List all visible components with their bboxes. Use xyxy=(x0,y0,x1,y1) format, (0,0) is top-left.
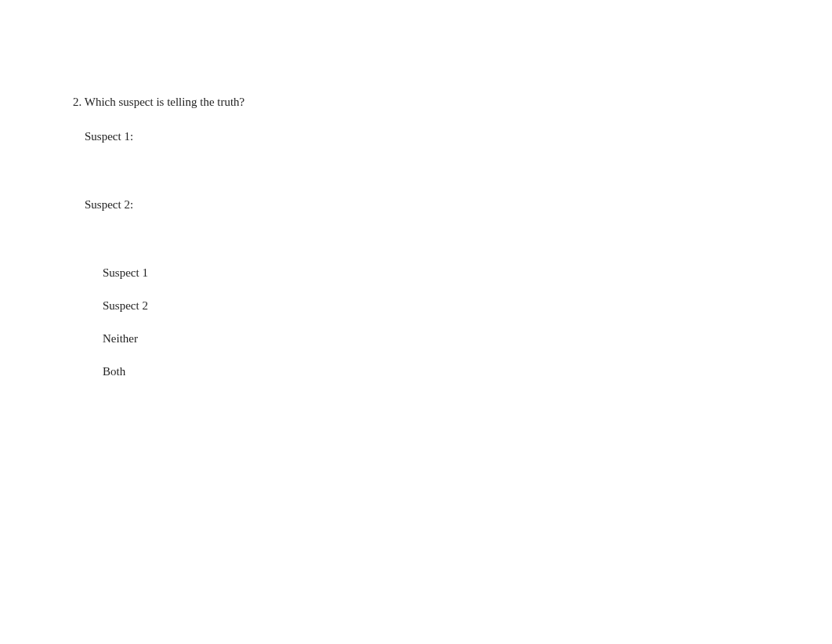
answer-options: Suspect 1 Suspect 2 Neither Both xyxy=(103,266,244,378)
question-text: Which suspect is telling the truth? xyxy=(85,96,245,108)
suspect-1-label: Suspect 1: xyxy=(85,130,244,143)
option-both[interactable]: Both xyxy=(103,365,244,378)
option-suspect-1[interactable]: Suspect 1 xyxy=(103,266,244,280)
question-number: 2. xyxy=(73,96,81,108)
option-suspect-2[interactable]: Suspect 2 xyxy=(103,299,244,313)
question-content: 2. Which suspect is telling the truth? S… xyxy=(73,96,244,378)
suspect-2-label: Suspect 2: xyxy=(85,198,244,212)
question-prompt: 2. Which suspect is telling the truth? xyxy=(73,96,244,109)
option-neither[interactable]: Neither xyxy=(103,332,244,346)
